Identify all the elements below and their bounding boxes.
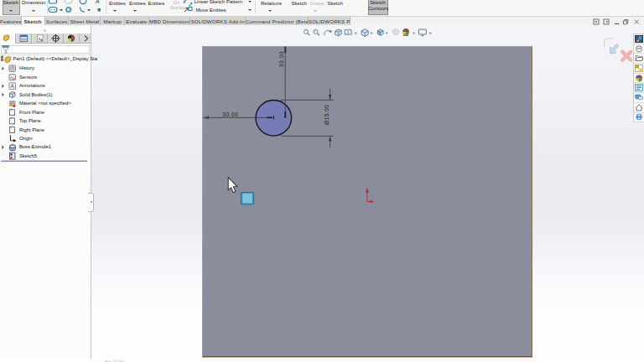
svg-text:A: A — [95, 0, 100, 4]
svg-text:30.00: 30.00 — [222, 111, 238, 117]
svg-text:A: A — [11, 83, 15, 89]
svg-text:30.00: 30.00 — [278, 51, 284, 67]
svg-text:Ø15.00: Ø15.00 — [324, 105, 330, 125]
